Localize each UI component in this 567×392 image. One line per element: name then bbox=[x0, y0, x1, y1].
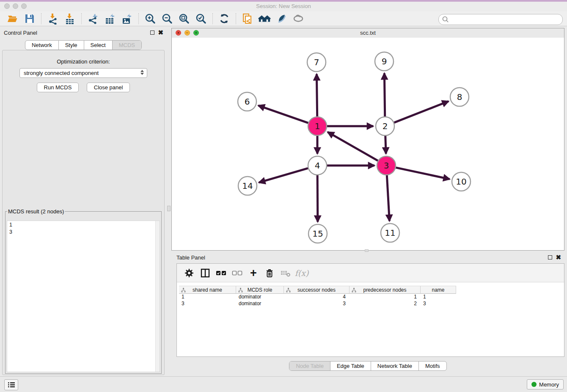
tab-edge-table[interactable]: Edge Table bbox=[330, 362, 371, 370]
edge-1-6[interactable] bbox=[258, 105, 308, 123]
select-stepper-icon bbox=[140, 70, 144, 75]
network-title: scc.txt bbox=[172, 30, 564, 36]
magnifier-icon bbox=[441, 15, 450, 24]
copy-network-icon[interactable] bbox=[241, 12, 254, 25]
table-toolbar: + f(x) bbox=[177, 264, 564, 282]
import-table-icon[interactable] bbox=[63, 12, 76, 25]
edge-3-11[interactable] bbox=[387, 175, 389, 221]
mcds-result-text: 1 3 bbox=[7, 221, 160, 236]
close-panel-button[interactable]: Close panel bbox=[87, 83, 130, 92]
tab-style[interactable]: Style bbox=[58, 41, 84, 50]
node-label: 4 bbox=[315, 160, 320, 171]
tab-select[interactable]: Select bbox=[84, 41, 112, 50]
table-cell[interactable]: 1 bbox=[350, 294, 421, 301]
column-header-name[interactable]: name bbox=[421, 286, 456, 294]
import-network-icon[interactable] bbox=[47, 12, 59, 25]
network-view-window: × − + scc.txt 7968124314101511 bbox=[171, 28, 564, 251]
column-header-shared-name[interactable]: shared name bbox=[179, 286, 236, 294]
result-scrollbar[interactable] bbox=[155, 221, 160, 372]
delete-row-icon[interactable] bbox=[263, 267, 276, 279]
edge-3-10[interactable] bbox=[396, 168, 449, 179]
table-cell[interactable]: 3 bbox=[179, 301, 236, 307]
attribute-icon bbox=[286, 288, 291, 293]
edge-1-7[interactable] bbox=[317, 74, 317, 116]
status-bar: Memory bbox=[0, 376, 567, 392]
table-cell[interactable]: 1 bbox=[421, 294, 456, 301]
edge-2-8[interactable] bbox=[394, 101, 449, 122]
tab-network[interactable]: Network bbox=[25, 41, 58, 50]
vertical-splitter[interactable] bbox=[167, 26, 171, 377]
memory-status-icon bbox=[531, 382, 537, 387]
zoom-in-icon[interactable] bbox=[144, 12, 157, 25]
close-panel-icon[interactable]: ✖ bbox=[158, 30, 163, 35]
table-cell[interactable]: 4 bbox=[284, 294, 350, 301]
list-icon bbox=[8, 381, 15, 388]
toolbar-separator bbox=[212, 13, 213, 24]
node-label: 7 bbox=[314, 57, 319, 67]
memory-button[interactable]: Memory bbox=[527, 379, 564, 389]
open-folder-icon[interactable] bbox=[6, 12, 19, 25]
table-cell[interactable]: 3 bbox=[284, 301, 350, 307]
export-network-icon[interactable] bbox=[87, 12, 99, 25]
column-header-MCDS-role[interactable]: MCDS role bbox=[236, 286, 284, 294]
table-container: + f(x) shared nameMCDS rolesuccessor nod… bbox=[176, 263, 564, 357]
delete-table-icon bbox=[279, 267, 292, 279]
tab-node-table[interactable]: Node Table bbox=[289, 362, 330, 370]
table-tabs: Node TableEdge TableNetwork TableMotifs bbox=[289, 361, 446, 371]
mcds-panel: Optimization criterion: strongly connect… bbox=[2, 50, 165, 375]
zoom-fit-icon[interactable] bbox=[178, 12, 190, 25]
float-table-panel-icon[interactable] bbox=[548, 255, 552, 259]
zoom-selected-icon[interactable] bbox=[195, 12, 207, 25]
search-field bbox=[438, 14, 563, 25]
zoom-out-icon[interactable] bbox=[161, 12, 173, 25]
table-cell[interactable]: dominator bbox=[236, 294, 284, 301]
float-panel-icon[interactable] bbox=[150, 30, 154, 35]
table-row[interactable]: 1dominator411 bbox=[179, 294, 456, 301]
table-panel: Table Panel ✖ + bbox=[171, 252, 567, 377]
hide-icon[interactable] bbox=[275, 12, 288, 25]
search-input[interactable] bbox=[450, 17, 562, 23]
tab-motifs[interactable]: Motifs bbox=[418, 362, 446, 370]
node-label: 14 bbox=[242, 181, 253, 191]
run-mcds-button[interactable]: Run MCDS bbox=[37, 83, 79, 92]
table-cell[interactable]: 3 bbox=[421, 301, 456, 307]
table-cell[interactable]: 2 bbox=[350, 301, 421, 307]
edge-4-14[interactable] bbox=[259, 168, 308, 182]
edge-2-3[interactable] bbox=[385, 136, 386, 154]
column-header-successor-nodes[interactable]: successor nodes bbox=[284, 286, 350, 294]
edge-3-1[interactable] bbox=[328, 132, 378, 161]
node-label: 8 bbox=[457, 92, 462, 102]
task-history-button[interactable] bbox=[4, 379, 18, 390]
table-cell[interactable]: 1 bbox=[179, 294, 236, 301]
criterion-select[interactable]: strongly connected component bbox=[19, 68, 147, 78]
close-table-panel-icon[interactable]: ✖ bbox=[556, 255, 561, 259]
edge-4-15[interactable] bbox=[317, 175, 318, 222]
attribute-icon bbox=[181, 288, 186, 293]
table-row[interactable]: 3dominator323 bbox=[179, 301, 456, 307]
tab-mcds[interactable]: MCDS bbox=[112, 41, 141, 50]
columns-icon[interactable] bbox=[199, 267, 212, 279]
mcds-result-area[interactable]: 1 3 bbox=[7, 221, 160, 372]
toolbar-separator bbox=[81, 13, 82, 24]
eye-icon[interactable] bbox=[292, 12, 305, 25]
export-image-icon[interactable] bbox=[121, 12, 133, 25]
gear-icon[interactable] bbox=[183, 267, 195, 279]
select-all-icon[interactable] bbox=[215, 267, 228, 279]
network-graph[interactable]: 7968124314101511 bbox=[172, 38, 564, 250]
tab-network-table[interactable]: Network Table bbox=[371, 362, 418, 370]
network-canvas[interactable]: 7968124314101511 bbox=[172, 38, 564, 250]
network-window-titlebar: × − + scc.txt bbox=[172, 28, 564, 38]
table-cell[interactable]: dominator bbox=[236, 301, 284, 307]
deselect-all-icon[interactable] bbox=[231, 267, 244, 279]
refresh-icon[interactable] bbox=[218, 12, 231, 25]
home-icon[interactable] bbox=[258, 12, 271, 25]
control-panel: Control Panel ✖ NetworkStyleSelectMCDS O… bbox=[0, 26, 167, 377]
export-table-icon[interactable] bbox=[104, 12, 116, 25]
attribute-icon bbox=[238, 288, 243, 293]
splitter-grip[interactable] bbox=[167, 206, 171, 211]
column-header-predecessor-nodes[interactable]: predecessor nodes bbox=[350, 286, 421, 294]
add-row-icon[interactable]: + bbox=[247, 267, 260, 279]
edge-2-9[interactable] bbox=[384, 73, 385, 116]
window-title: Session: New Session bbox=[0, 3, 567, 9]
save-icon[interactable] bbox=[23, 12, 36, 25]
